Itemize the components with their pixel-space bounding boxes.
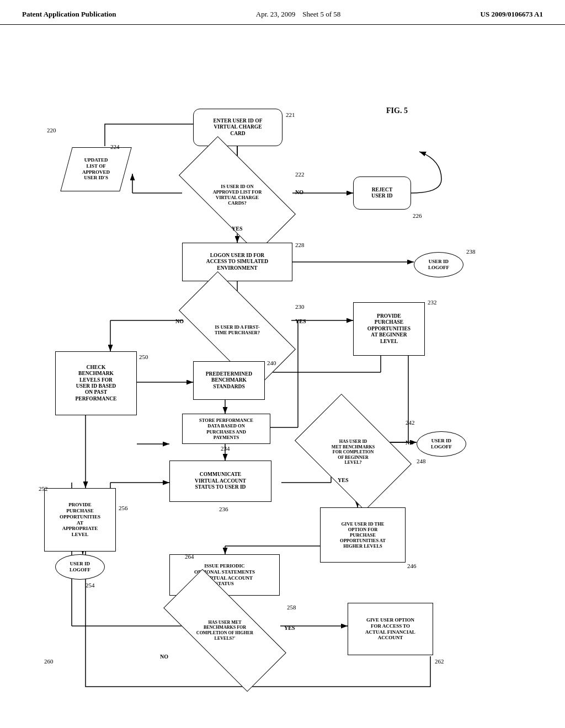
ref-250: 250	[139, 354, 148, 360]
no-label-higher: NO	[160, 654, 168, 660]
ref-256: 256	[119, 505, 128, 511]
provide-beginner-label: PROVIDE PURCHASE OPPORTUNITIES AT BEGINN…	[367, 313, 411, 345]
give-option-higher-label: GIVE USER ID THE OPTION FOR PURCHASE OPP…	[340, 521, 386, 549]
has-met-higher-label: HAS USER MET BENCHMARKS FOR COMPLETION O…	[194, 618, 255, 643]
reject-user-label: REJECT USER ID	[371, 187, 392, 200]
ref-232: 232	[428, 299, 437, 306]
ref-264: 264	[185, 553, 194, 560]
header-date: Apr. 23, 2009	[256, 10, 296, 18]
has-met-beginner-label: HAS USER ID MET BENCHMARKS FOR COMPLETIO…	[329, 437, 377, 468]
ref-248: 248	[417, 458, 426, 464]
ref-234: 234	[221, 445, 230, 452]
ref-224: 224	[110, 143, 120, 150]
enter-card-shape: ENTER USER ID OF VIRTUAL CHARGE CARD	[193, 109, 282, 146]
ref-240: 240	[267, 360, 276, 366]
reject-user-shape: REJECT USER ID	[353, 176, 411, 210]
userid-logoff-238-shape: USER ID LOGOFF	[414, 252, 463, 277]
enter-card-label: ENTER USER ID OF VIRTUAL CHARGE CARD	[214, 118, 263, 137]
give-option-higher-shape: GIVE USER ID THE OPTION FOR PURCHASE OPP…	[320, 507, 406, 563]
userid-logoff-248-label: USER ID LOGOFF	[431, 438, 452, 450]
ref-258: 258	[287, 604, 296, 611]
updated-list-label: UPDATED LIST OF APPROVED USER ID'S	[82, 157, 110, 181]
has-met-beginner-shape: HAS USER ID MET BENCHMARKS FOR COMPLETIO…	[303, 419, 403, 485]
logon-shape: LOGON USER ID FOR ACCESS TO SIMULATED EN…	[182, 243, 292, 281]
communicate-shape: COMMUNICATE VIRTUAL ACCOUNT STATUS TO US…	[169, 461, 271, 502]
header-right: US 2009/0106673 A1	[481, 10, 543, 19]
header-center: Apr. 23, 2009 Sheet 5 of 58	[256, 10, 340, 19]
ref-252: 252	[39, 485, 48, 492]
ref-220: 220	[47, 127, 56, 133]
provide-appropriate-label: PROVIDE PURCHASE OPPORTUNITIES AT APPROP…	[60, 502, 100, 538]
give-financial-shape: GIVE USER OPTION FOR ACCESS TO ACTUAL FI…	[348, 603, 433, 655]
ref-226: 226	[413, 212, 422, 219]
is-approved-shape: IS USER ID ON APPROVED LIST FOR VIRTUAL …	[182, 167, 292, 222]
logon-label: LOGON USER ID FOR ACCESS TO SIMULATED EN…	[206, 253, 268, 271]
userid-logoff-238-label: USER ID LOGOFF	[428, 259, 449, 271]
ref-254: 254	[86, 582, 95, 588]
yes-label-beginner: YES	[338, 477, 348, 483]
no-label-approved: NO	[295, 189, 303, 195]
ref-246: 246	[407, 563, 417, 569]
ref-222: 222	[295, 171, 305, 178]
check-benchmark-shape: CHECK BENCHMARK LEVELS FOR USER ID BASED…	[55, 351, 137, 415]
is-first-time-label: IS USER ID A FIRST- TIME PURCHASER?	[212, 322, 262, 338]
userid-logoff-248-shape: USER ID LOGOFF	[417, 431, 466, 457]
provide-beginner-shape: PROVIDE PURCHASE OPPORTUNITIES AT BEGINN…	[353, 302, 425, 356]
provide-appropriate-shape: PROVIDE PURCHASE OPPORTUNITIES AT APPROP…	[44, 488, 116, 552]
store-performance-label: STORE PERFORMANCE DATA BASED ON PURCHASE…	[199, 417, 253, 440]
has-met-higher-shape: HAS USER MET BENCHMARKS FOR COMPLETION O…	[166, 603, 284, 658]
ref-262: 262	[435, 658, 444, 665]
header-left: Patent Application Publication	[22, 10, 116, 19]
ref-236: 236	[219, 506, 228, 512]
ref-242: 242	[406, 419, 415, 426]
header-sheet: Sheet 5 of 58	[302, 10, 340, 18]
yes-label-higher: YES	[284, 625, 295, 631]
check-benchmark-label: CHECK BENCHMARK LEVELS FOR USER ID BASED…	[76, 365, 117, 402]
is-first-time-shape: IS USER ID A FIRST- TIME PURCHASER?	[182, 302, 292, 357]
ref-228: 228	[295, 242, 305, 248]
updated-list-shape: UPDATED LIST OF APPROVED USER ID'S	[60, 147, 131, 191]
userid-logoff-254-shape: USER ID LOGOFF	[55, 554, 105, 580]
store-performance-shape: STORE PERFORMANCE DATA BASED ON PURCHASE…	[182, 414, 270, 444]
yes-label-firsttime: YES	[295, 318, 306, 324]
userid-logoff-254-label: USER ID LOGOFF	[70, 561, 90, 573]
ref-221: 221	[286, 111, 295, 118]
ref-230: 230	[295, 303, 305, 310]
predetermined-label: PREDETERMINED BENCHMARK STANDARDS	[206, 371, 252, 390]
no-label-firsttime: NO	[175, 318, 184, 324]
diagram-area: FIG. 5	[0, 25, 565, 709]
predetermined-shape: PREDETERMINED BENCHMARK STANDARDS	[193, 361, 265, 400]
is-approved-label: IS USER ID ON APPROVED LIST FOR VIRTUAL …	[211, 181, 264, 208]
communicate-label: COMMUNICATE VIRTUAL ACCOUNT STATUS TO US…	[195, 472, 246, 490]
fig-label: FIG. 5	[386, 106, 408, 115]
yes-label-approved: YES	[232, 226, 242, 232]
give-financial-label: GIVE USER OPTION FOR ACCESS TO ACTUAL FI…	[365, 617, 415, 641]
no-label-beginner: NO	[406, 440, 414, 446]
ref-260: 260	[44, 658, 54, 665]
ref-238: 238	[466, 248, 476, 255]
page-header: Patent Application Publication Apr. 23, …	[0, 0, 565, 25]
